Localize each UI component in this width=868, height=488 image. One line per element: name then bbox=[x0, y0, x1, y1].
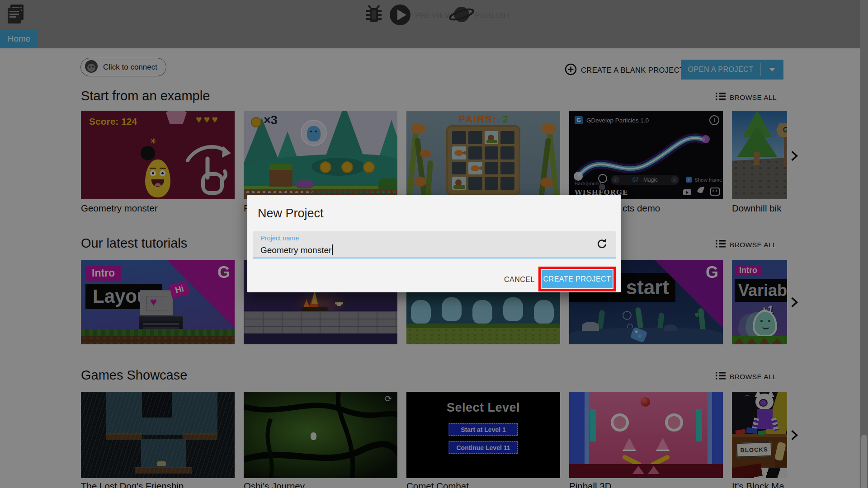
project-name-input[interactable]: Project name Geometry monster bbox=[253, 231, 616, 258]
new-project-dialog: New Project Project name Geometry monste… bbox=[247, 195, 621, 292]
project-name-label: Project name bbox=[260, 235, 299, 242]
refresh-icon[interactable] bbox=[596, 238, 608, 252]
tutorial-highlight-box bbox=[538, 267, 616, 291]
dialog-title: New Project bbox=[258, 206, 324, 221]
cancel-button[interactable]: CANCEL bbox=[500, 272, 538, 288]
project-name-value: Geometry monster bbox=[260, 245, 331, 255]
text-cursor bbox=[332, 244, 333, 255]
